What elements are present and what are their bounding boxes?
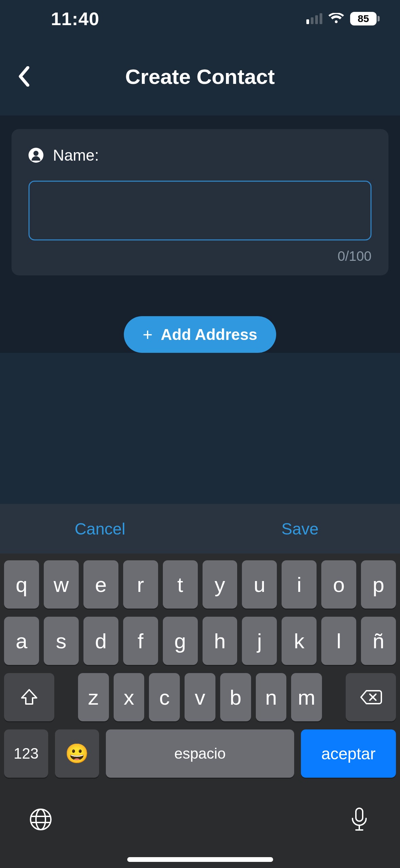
backspace-icon	[360, 689, 382, 705]
key-u[interactable]: u	[242, 560, 277, 609]
shift-key[interactable]	[4, 673, 54, 721]
name-card: Name: 0/100	[12, 129, 388, 275]
save-button[interactable]: Save	[200, 520, 400, 538]
home-indicator[interactable]	[127, 857, 273, 862]
key-h[interactable]: h	[203, 617, 237, 665]
keyboard: Cancel Save qwertyuiop asdfghjklñ zxcvbn…	[0, 504, 400, 868]
key-t[interactable]: t	[163, 560, 198, 609]
key-n[interactable]: n	[256, 673, 287, 721]
dictation-key[interactable]	[346, 806, 373, 833]
svg-point-1	[36, 809, 45, 830]
status-icons: 85	[306, 12, 380, 25]
key-j[interactable]: j	[242, 617, 277, 665]
char-counter: 0/100	[28, 249, 372, 264]
battery-level: 85	[350, 12, 377, 25]
key-c[interactable]: c	[149, 673, 180, 721]
keyboard-toolbar: Cancel Save	[0, 504, 400, 554]
key-l[interactable]: l	[321, 617, 356, 665]
cancel-button[interactable]: Cancel	[0, 520, 200, 538]
nav-header: Create Contact	[0, 37, 400, 115]
globe-icon	[29, 808, 53, 831]
key-r[interactable]: r	[123, 560, 158, 609]
key-ñ[interactable]: ñ	[361, 617, 396, 665]
back-button[interactable]	[10, 63, 37, 90]
key-m[interactable]: m	[291, 673, 322, 721]
key-g[interactable]: g	[163, 617, 198, 665]
chevron-left-icon	[18, 66, 30, 87]
microphone-icon	[350, 807, 368, 832]
cellular-signal-icon	[306, 13, 322, 24]
key-o[interactable]: o	[321, 560, 356, 609]
globe-key[interactable]	[27, 806, 54, 833]
key-z[interactable]: z	[78, 673, 109, 721]
key-q[interactable]: q	[4, 560, 39, 609]
key-p[interactable]: p	[361, 560, 396, 609]
key-f[interactable]: f	[123, 617, 158, 665]
key-w[interactable]: w	[44, 560, 79, 609]
key-a[interactable]: a	[4, 617, 39, 665]
page-title: Create Contact	[125, 65, 275, 89]
numbers-key[interactable]: 123	[4, 729, 48, 778]
status-bar: 11:40 85	[0, 0, 400, 37]
plus-icon: +	[143, 326, 153, 343]
person-icon	[28, 148, 43, 163]
key-k[interactable]: k	[282, 617, 317, 665]
key-x[interactable]: x	[114, 673, 145, 721]
key-b[interactable]: b	[220, 673, 251, 721]
key-d[interactable]: d	[83, 617, 118, 665]
key-v[interactable]: v	[185, 673, 215, 721]
wifi-icon	[328, 13, 344, 24]
battery-icon: 85	[350, 12, 380, 25]
svg-point-0	[31, 809, 51, 830]
emoji-key[interactable]: 😀	[55, 729, 99, 778]
key-y[interactable]: y	[203, 560, 237, 609]
status-time: 11:40	[51, 8, 99, 29]
key-e[interactable]: e	[83, 560, 118, 609]
svg-rect-2	[356, 808, 363, 821]
name-label: Name:	[53, 146, 99, 164]
add-address-button[interactable]: + Add Address	[124, 316, 277, 353]
accept-key[interactable]: aceptar	[301, 729, 396, 778]
key-s[interactable]: s	[44, 617, 79, 665]
key-i[interactable]: i	[282, 560, 317, 609]
name-input[interactable]	[28, 181, 372, 240]
add-address-label: Add Address	[161, 325, 258, 344]
backspace-key[interactable]	[346, 673, 396, 721]
space-key[interactable]: espacio	[106, 729, 294, 778]
shift-icon	[21, 689, 38, 705]
